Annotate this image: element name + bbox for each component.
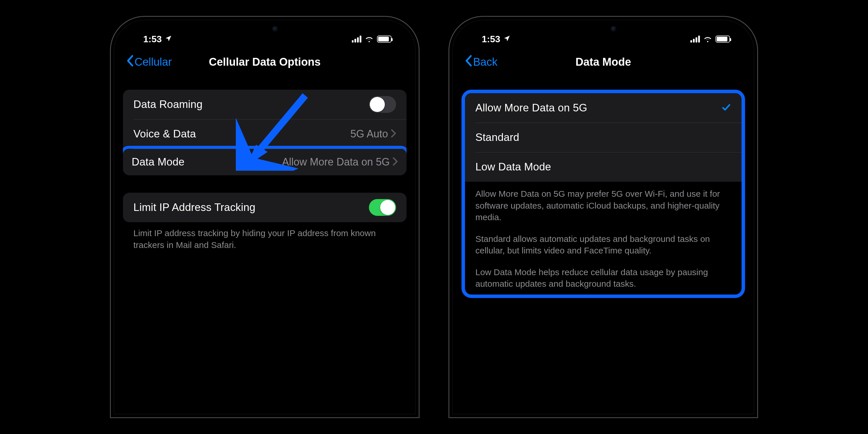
footer-paragraph-2: Standard allows automatic updates and ba…: [465, 233, 742, 258]
volume-up-button: [448, 132, 450, 167]
row-value: Allow More Data on 5G: [282, 156, 390, 168]
mute-switch: [448, 98, 450, 115]
screen-right: 1:53 Back Data Mode: [453, 20, 754, 414]
row-data-mode[interactable]: Data Mode Allow More Data on 5G: [123, 146, 406, 175]
toggle-limit-ip[interactable]: [369, 199, 396, 216]
option-label: Low Data Mode: [475, 161, 551, 173]
chevron-left-icon: [464, 55, 472, 69]
footer-text-limit-ip: Limit IP address tracking by hiding your…: [123, 222, 406, 251]
back-button[interactable]: Back: [464, 55, 497, 69]
highlight-box: Allow More Data on 5G Standard Low Data …: [462, 90, 745, 298]
camera-icon: [272, 26, 278, 32]
volume-down-button: [110, 179, 111, 214]
location-icon: [503, 34, 511, 44]
location-icon: [165, 34, 172, 44]
row-label: Voice & Data: [133, 128, 196, 140]
status-time: 1:53: [482, 34, 500, 44]
content-area: Allow More Data on 5G Standard Low Data …: [462, 90, 745, 298]
back-label: Cellular: [134, 56, 172, 68]
option-label: Standard: [475, 131, 519, 144]
volume-up-button: [110, 132, 111, 167]
back-button[interactable]: Cellular: [126, 55, 172, 69]
row-limit-ip-tracking[interactable]: Limit IP Address Tracking: [123, 193, 406, 222]
volume-down-button: [448, 179, 450, 214]
row-label: Data Mode: [132, 156, 185, 168]
battery-icon: [377, 36, 392, 42]
settings-group-1: Data Roaming Voice & Data 5G Auto Data M…: [123, 90, 406, 175]
content-area: Data Roaming Voice & Data 5G Auto Data M…: [123, 90, 406, 251]
row-value: 5G Auto: [350, 128, 388, 140]
option-standard[interactable]: Standard: [465, 123, 742, 152]
phone-frame-right: 1:53 Back Data Mode: [448, 16, 758, 418]
phone-frame-left: 1:53 Cellular Cellular Data Op: [110, 16, 420, 418]
notch: [556, 20, 651, 38]
cellular-signal-icon: [690, 36, 700, 42]
row-label: Data Roaming: [133, 98, 203, 111]
screen-left: 1:53 Cellular Cellular Data Op: [114, 20, 415, 414]
status-time: 1:53: [143, 34, 162, 44]
option-label: Allow More Data on 5G: [475, 102, 587, 114]
row-data-roaming[interactable]: Data Roaming: [123, 90, 406, 119]
chevron-right-icon: [393, 157, 398, 167]
settings-group-2: Limit IP Address Tracking: [123, 193, 406, 222]
page-title: Data Mode: [576, 56, 631, 68]
power-button: [418, 141, 420, 196]
row-label: Limit IP Address Tracking: [133, 202, 255, 214]
mute-switch: [110, 98, 111, 115]
navigation-bar: Cellular Cellular Data Options: [123, 49, 406, 75]
option-low-data-mode[interactable]: Low Data Mode: [465, 152, 742, 182]
cellular-signal-icon: [352, 36, 361, 42]
camera-icon: [611, 26, 617, 32]
footer-paragraph-3: Low Data Mode helps reduce cellular data…: [465, 267, 742, 292]
notch: [217, 20, 312, 38]
page-title: Cellular Data Options: [209, 56, 320, 68]
back-label: Back: [473, 56, 497, 68]
power-button: [757, 141, 758, 196]
footer-paragraph-1: Allow More Data on 5G may prefer 5G over…: [465, 182, 742, 225]
wifi-icon: [703, 34, 712, 44]
row-voice-and-data[interactable]: Voice & Data 5G Auto: [123, 119, 406, 149]
data-mode-options-group: Allow More Data on 5G Standard Low Data …: [465, 93, 742, 182]
toggle-data-roaming[interactable]: [369, 96, 396, 113]
chevron-right-icon: [391, 129, 396, 139]
battery-icon: [715, 36, 730, 42]
option-allow-more-5g[interactable]: Allow More Data on 5G: [465, 93, 742, 123]
checkmark-icon: [721, 102, 731, 114]
chevron-left-icon: [126, 55, 134, 69]
wifi-icon: [365, 34, 374, 44]
navigation-bar: Back Data Mode: [462, 49, 745, 75]
